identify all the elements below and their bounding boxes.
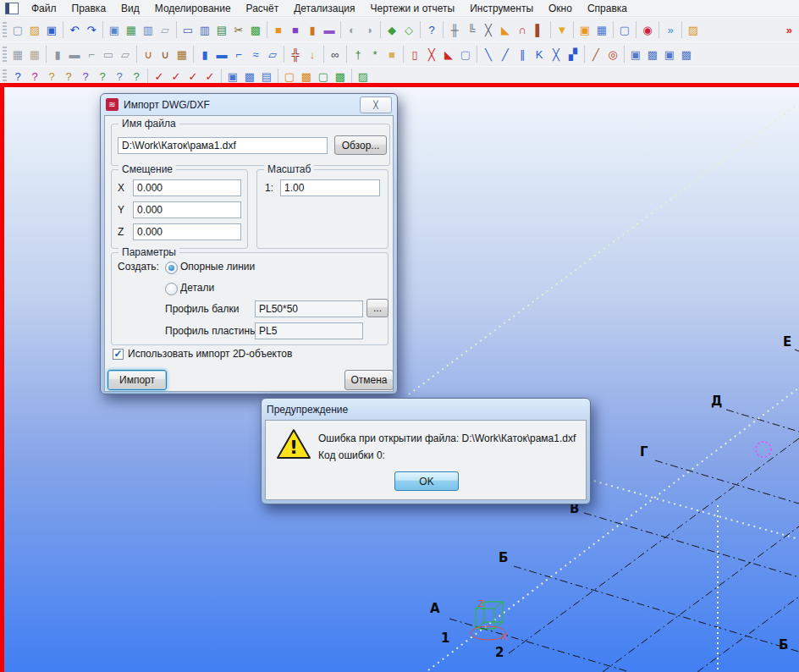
warning-dialog-titlebar[interactable]: Предупреждение [265,399,587,420]
construction-circle-icon[interactable]: ◎ [604,47,621,63]
file-name-input[interactable] [118,137,328,154]
part-beam-icon[interactable]: ▮ [304,22,321,38]
pin-icon[interactable]: ▼ [554,22,570,38]
binoculars-search-icon[interactable]: ∞ [327,47,344,63]
open-model-icon[interactable]: ▨ [26,22,43,38]
plumb-line-icon[interactable]: ↓ [304,47,321,63]
menu-item-7[interactable]: Инструменты [462,2,541,15]
menu-item-1[interactable]: Правка [64,2,114,15]
part-orange-icon[interactable]: ■ [270,22,287,38]
offset-z-input[interactable] [133,223,241,240]
auto-connection-icon[interactable]: ◆ [383,22,400,38]
browse-button[interactable]: Обзор... [334,135,387,155]
construction-line-dashed-icon[interactable]: ╱ [497,47,514,63]
part-purple-icon[interactable]: ■ [287,22,304,38]
create-level-icon[interactable]: ╚ [463,22,480,38]
ok-button[interactable]: OK [394,471,459,491]
reinforcement-mesh-icon[interactable]: ▦ [174,47,190,63]
radio-parts[interactable] [165,283,178,295]
beam-profile-picker-button[interactable]: ... [366,299,388,317]
measure-arc-icon[interactable]: ∩ [514,22,531,38]
toolbar-overflow-chevron[interactable]: » [786,24,792,36]
beam-profile-input[interactable] [255,300,363,317]
surface-treatment-icon[interactable]: ■ [383,47,400,63]
construction-intersect-icon[interactable]: K [531,47,548,63]
steel-orthogonal-beam-icon[interactable]: ▭ [100,47,117,63]
paste-icon[interactable]: ▦ [123,22,140,38]
steel-polybeam-icon[interactable]: ⌐ [83,47,100,63]
create-point-icon[interactable]: ╳ [480,22,497,38]
fast-forward-icon[interactable]: » [662,22,679,38]
concrete-beam-icon[interactable]: ▬ [213,47,230,63]
weld-between-parts-icon[interactable]: ∪ [157,47,174,63]
construction-line-icon[interactable]: ╲ [480,47,497,63]
inquire-icon[interactable]: ? [423,22,440,38]
import-button[interactable]: Импорт [107,370,167,390]
reference-column-icon[interactable]: ▯ [406,47,423,63]
copy-properties-icon[interactable]: ▥ [140,22,157,38]
erection-machine-icon[interactable]: * [366,47,383,63]
weld-icon[interactable]: ∪ [140,47,157,63]
area-select-icon[interactable]: ▩ [247,22,264,38]
macro-icon[interactable]: ▢ [616,22,633,38]
stud-tool-icon[interactable]: ▦ [26,47,43,63]
steel-column-icon[interactable]: ▮ [49,47,66,63]
fit-by-parts-icon[interactable]: ▣ [661,47,678,63]
fit-work-area-icon[interactable]: ▣ [627,47,644,63]
rotate-object-icon[interactable]: ◐ [344,22,361,38]
menu-item-3[interactable]: Моделирование [147,2,239,15]
menu-item-2[interactable]: Вид [113,2,147,15]
construction-parallel-icon[interactable]: ∥ [514,47,531,63]
construction-cross-icon[interactable]: ╳ [548,47,565,63]
save-model-icon[interactable]: ▣ [43,22,60,38]
copy-icon[interactable]: ▣ [106,22,123,38]
cancel-button[interactable]: Отмена [344,370,394,390]
divide-line-icon[interactable]: ╱ [587,47,604,63]
reference-box-icon[interactable]: ▢ [457,47,474,63]
new-window-icon[interactable]: ▭ [179,22,196,38]
fit-all-views-icon[interactable]: ▩ [678,47,695,63]
auto-defaults-icon[interactable]: ◇ [400,22,417,38]
cut-icon[interactable]: ✂ [230,22,247,38]
import-dialog-titlebar[interactable]: ≋ Импорт DWG/DXF ╳ [104,94,394,115]
radio-reference-lines[interactable] [165,262,178,274]
measure-angle-icon[interactable]: ◣ [497,22,514,38]
phase-manager-icon[interactable]: ▣ [576,22,593,38]
reference-brace-icon[interactable]: ╳ [423,47,440,63]
redo-icon[interactable]: ↷ [83,22,100,38]
part-plate-icon[interactable]: ▬ [321,22,338,38]
grid-marker-icon[interactable]: ▌ [531,22,548,38]
steel-beam-icon[interactable]: ▬ [66,47,83,63]
menu-item-6[interactable]: Чертежи и отчеты [363,2,463,15]
toolbar-grip[interactable] [3,47,7,62]
lasso-select-icon[interactable]: ▱ [157,22,174,38]
task-schedule-icon[interactable]: ▦ [593,22,610,38]
split-window-icon[interactable]: ▥ [196,22,213,38]
create-grid-icon[interactable]: ╫ [446,22,463,38]
bolt-tool-icon[interactable]: ▦ [9,47,26,63]
offset-x-input[interactable] [133,179,241,196]
fit-selected-icon[interactable]: ▩ [644,47,661,63]
rebar-grid-icon[interactable]: ╬ [287,47,304,63]
concrete-polybeam-icon[interactable]: ⌐ [230,47,247,63]
concrete-curved-beam-icon[interactable]: ≈ [247,47,264,63]
construction-corner-icon[interactable]: ▞ [565,47,581,63]
menu-item-8[interactable]: Окно [541,2,580,15]
component-catalog-icon[interactable]: ◉ [639,22,656,38]
contour-plate-icon[interactable]: ▱ [117,47,134,63]
close-icon[interactable]: ╳ [360,96,392,113]
new-model-icon[interactable]: ▢ [9,22,26,38]
menu-item-5[interactable]: Детализация [286,2,362,15]
undo-icon[interactable]: ↶ [66,22,83,38]
offset-y-input[interactable] [133,201,241,218]
menu-item-9[interactable]: Справка [580,2,635,15]
tiled-windows-icon[interactable]: ▤ [213,22,230,38]
plate-profile-input[interactable] [255,322,363,339]
toolbar-grip[interactable] [3,69,7,85]
erection-column-icon[interactable]: † [350,47,366,63]
concrete-column-icon[interactable]: ▮ [196,47,213,63]
scale-input[interactable] [280,179,380,196]
open-component-icon[interactable]: ▨ [685,22,702,38]
toolbar-grip[interactable] [3,22,7,37]
reference-triangle-icon[interactable]: ◣ [440,47,457,63]
